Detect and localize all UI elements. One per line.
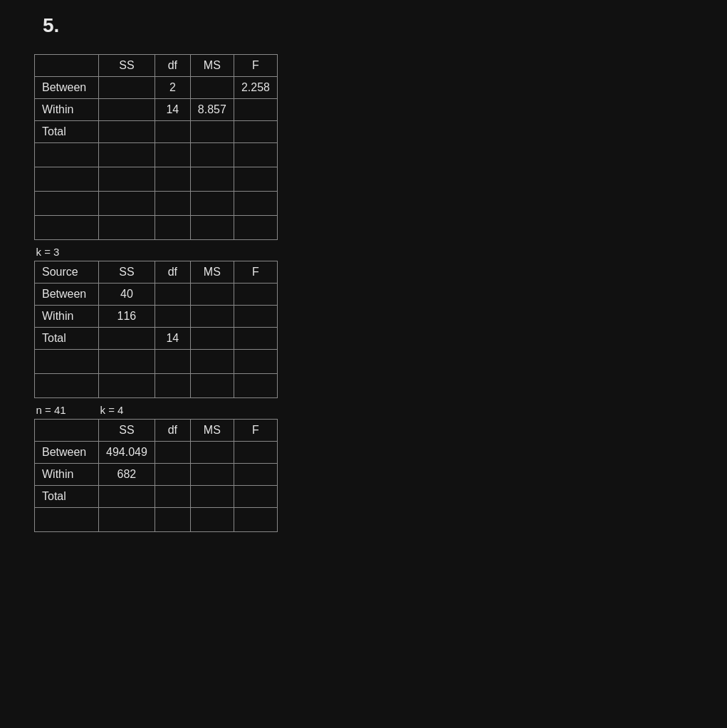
row-ss: 682 xyxy=(99,464,155,486)
table-row xyxy=(35,192,278,216)
empty-cell xyxy=(99,192,155,216)
empty-cell xyxy=(155,398,190,420)
header-df: df xyxy=(155,55,190,77)
empty-cell xyxy=(234,192,277,216)
empty-cell xyxy=(155,167,190,192)
row-source: Total xyxy=(35,328,99,350)
table-row: SS df MS F xyxy=(35,420,278,442)
empty-cell xyxy=(190,350,234,374)
empty-cell xyxy=(234,374,277,398)
row-ms xyxy=(190,284,234,306)
table-row: Total xyxy=(35,121,278,143)
row-f: 2.258 xyxy=(234,77,277,99)
header-df: df xyxy=(155,420,190,442)
empty-cell xyxy=(155,374,190,398)
table-row: Total 14 xyxy=(35,328,278,350)
row-df xyxy=(155,486,190,508)
header-f: F xyxy=(234,55,277,77)
empty-cell xyxy=(190,216,234,240)
label-row: k = 3 xyxy=(35,240,278,261)
row-ss: 40 xyxy=(99,284,155,306)
table-1: SS df MS F Between 2 2.258 Within 14 8.8… xyxy=(34,54,278,532)
row-source: Between xyxy=(35,77,99,99)
table-row: SS df MS F xyxy=(35,55,278,77)
table-row: Source SS df MS F xyxy=(35,261,278,284)
table-row: Total xyxy=(35,486,278,508)
row-df xyxy=(155,284,190,306)
header-source xyxy=(35,420,99,442)
empty-cell xyxy=(99,508,155,532)
table-row: Between 2 2.258 xyxy=(35,77,278,99)
row-ss: 494.049 xyxy=(99,442,155,464)
empty-cell xyxy=(35,374,99,398)
row-f xyxy=(234,99,277,121)
row-source: Total xyxy=(35,486,99,508)
row-source: Total xyxy=(35,121,99,143)
row-df xyxy=(155,442,190,464)
row-ss xyxy=(99,486,155,508)
empty-cell xyxy=(155,350,190,374)
empty-cell xyxy=(155,508,190,532)
header-ms: MS xyxy=(190,420,234,442)
empty-cell xyxy=(35,167,99,192)
label-row: n = 41 k = 4 xyxy=(35,398,278,420)
k-label: k = 3 xyxy=(35,240,278,261)
header-ss: SS xyxy=(99,261,155,284)
header-ms: MS xyxy=(190,261,234,284)
row-source: Within xyxy=(35,464,99,486)
row-ss xyxy=(99,328,155,350)
empty-cell xyxy=(155,192,190,216)
empty-cell xyxy=(234,143,277,167)
row-f xyxy=(234,464,277,486)
table-row xyxy=(35,216,278,240)
empty-cell xyxy=(190,398,234,420)
table-row xyxy=(35,167,278,192)
empty-cell xyxy=(234,508,277,532)
empty-cell xyxy=(35,143,99,167)
empty-cell xyxy=(190,192,234,216)
empty-cell xyxy=(35,216,99,240)
table-row xyxy=(35,143,278,167)
row-ms xyxy=(190,328,234,350)
row-f xyxy=(234,442,277,464)
row-ss xyxy=(99,77,155,99)
empty-cell xyxy=(234,398,277,420)
table-row: Within 682 xyxy=(35,464,278,486)
page-title: 5. xyxy=(43,14,713,37)
table-row: Within 14 8.857 xyxy=(35,99,278,121)
empty-cell xyxy=(190,508,234,532)
n-label: n = 41 xyxy=(35,398,99,420)
table-row: Between 494.049 xyxy=(35,442,278,464)
empty-cell xyxy=(155,143,190,167)
header-source: Source xyxy=(35,261,99,284)
row-ss xyxy=(99,121,155,143)
row-df: 14 xyxy=(155,99,190,121)
row-f xyxy=(234,306,277,328)
empty-cell xyxy=(35,508,99,532)
row-ms xyxy=(190,486,234,508)
table-row xyxy=(35,350,278,374)
row-df: 2 xyxy=(155,77,190,99)
empty-cell xyxy=(234,216,277,240)
empty-cell xyxy=(99,167,155,192)
header-f: F xyxy=(234,420,277,442)
header-df: df xyxy=(155,261,190,284)
empty-cell xyxy=(234,167,277,192)
header-ss: SS xyxy=(99,420,155,442)
empty-cell xyxy=(155,216,190,240)
empty-cell xyxy=(190,143,234,167)
empty-cell xyxy=(35,350,99,374)
empty-cell xyxy=(99,216,155,240)
row-ms: 8.857 xyxy=(190,99,234,121)
row-df xyxy=(155,306,190,328)
row-ms xyxy=(190,121,234,143)
tables-container: SS df MS F Between 2 2.258 Within 14 8.8… xyxy=(34,54,713,532)
table-row: Within 116 xyxy=(35,306,278,328)
row-df xyxy=(155,121,190,143)
row-source: Within xyxy=(35,99,99,121)
header-source xyxy=(35,55,99,77)
k-label: k = 4 xyxy=(99,398,155,420)
row-ms xyxy=(190,306,234,328)
empty-cell xyxy=(190,167,234,192)
row-f xyxy=(234,328,277,350)
